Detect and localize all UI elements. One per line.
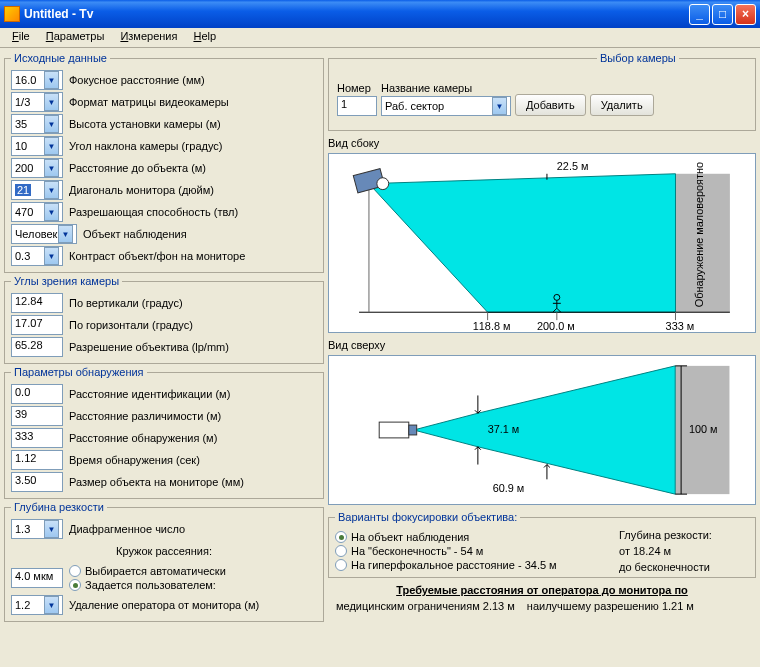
opdist-label: Удаление оператора от монитора (м) [69,599,317,611]
obj-label: Объект наблюдения [83,228,317,240]
disc-field: 39 [11,406,63,426]
side-view-diagram: Обнаружение маловероятно 22.5 м 118.8 м … [328,153,756,333]
svg-text:22.5 м: 22.5 м [557,160,589,172]
matrix-label: Формат матрицы видеокамеры [69,96,317,108]
radio-auto[interactable] [69,565,81,577]
contrast-combo[interactable]: 0.3▼ [11,246,63,266]
radio-focus-obj[interactable] [335,531,347,543]
svg-text:118.8 м: 118.8 м [473,320,511,332]
svg-text:Обнаружение маловероятно: Обнаружение маловероятно [693,162,705,307]
menu-params[interactable]: Параметры [38,28,113,47]
svg-text:333 м: 333 м [666,320,695,332]
time-field: 1.12 [11,450,63,470]
ident-label: Расстояние идентификации (м) [69,388,317,400]
focus-inf-label: На "бесконечность" - 54 м [351,545,483,557]
radio-focus-hyp[interactable] [335,559,347,571]
add-button[interactable]: Добавить [515,94,586,116]
chevron-down-icon[interactable]: ▼ [44,93,59,111]
chevron-down-icon[interactable]: ▼ [44,247,59,265]
chevron-down-icon[interactable]: ▼ [44,115,59,133]
name-combo[interactable]: Раб. сектор▼ [381,96,511,116]
req-title: Требуемые расстояния от оператора до мон… [396,584,688,596]
fnum-combo[interactable]: 1.3▼ [11,519,63,539]
svg-text:200.0 м: 200.0 м [537,320,575,332]
req-med: медицинским ограничениям 2.13 м [336,600,515,612]
chevron-down-icon[interactable]: ▼ [44,520,59,538]
dist-combo[interactable]: 200▼ [11,158,63,178]
side-view-title: Вид сбоку [328,137,379,149]
detect-field: 333 [11,428,63,448]
user-label: Задается пользователем: [85,579,216,591]
close-button[interactable]: × [735,4,756,25]
horz-label: По горизонтали (градус) [69,319,317,331]
group-detect: Параметры обнаружения [11,366,147,378]
menu-measure[interactable]: Измерения [112,28,185,47]
circle-label: Кружок рассеяния: [116,545,212,557]
top-view-title: Вид сверху [328,339,385,351]
chevron-down-icon[interactable]: ▼ [44,181,59,199]
chevron-down-icon[interactable]: ▼ [44,159,59,177]
time-label: Время обнаружения (сек) [69,454,317,466]
fnum-label: Диафрагменное число [69,523,317,535]
lens-label: Разрешение объектива (lp/mm) [69,341,317,353]
auto-label: Выбирается автоматически [85,565,226,577]
name-label: Название камеры [381,82,511,94]
menu-file[interactable]: File [4,28,38,47]
svg-text:37.1 м: 37.1 м [488,423,520,435]
dof-label: Глубина резкости: [619,529,749,541]
diag-combo[interactable]: 21▼ [11,180,63,200]
ident-field: 0.0 [11,384,63,404]
chevron-down-icon[interactable]: ▼ [492,97,507,115]
num-field[interactable]: 1 [337,96,377,116]
app-icon [4,6,20,22]
req-best: наилучшему разрешению 1.21 м [527,600,694,612]
dist-label: Расстояние до объекта (м) [69,162,317,174]
window-title: Untitled - Tv [24,7,689,21]
delete-button[interactable]: Удалить [590,94,654,116]
focal-label: Фокусное расстояние (мм) [69,74,317,86]
svg-rect-23 [409,425,417,435]
top-view-diagram: 37.1 м 60.9 м 100 м [328,355,756,505]
size-field: 3.50 [11,472,63,492]
chevron-down-icon[interactable]: ▼ [44,596,59,614]
radio-focus-inf[interactable] [335,545,347,557]
res-combo[interactable]: 470▼ [11,202,63,222]
contrast-label: Контраст объект/фон на мониторе [69,250,317,262]
dof-from: от 18.24 м [619,545,749,557]
disc-label: Расстояние различимости (м) [69,410,317,422]
chevron-down-icon[interactable]: ▼ [44,137,59,155]
chevron-down-icon[interactable]: ▼ [44,71,59,89]
height-combo[interactable]: 35▼ [11,114,63,134]
focus-obj-label: На объект наблюдения [351,531,469,543]
detect-label: Расстояние обнаружения (м) [69,432,317,444]
radio-user[interactable] [69,579,81,591]
svg-marker-2 [369,174,676,312]
svg-text:60.9 м: 60.9 м [493,482,525,494]
tilt-combo[interactable]: 10▼ [11,136,63,156]
focus-hyp-label: На гиперфокальное расстояние - 34.5 м [351,559,557,571]
chevron-down-icon[interactable]: ▼ [58,225,73,243]
mkm-field: 4.0 мкм [11,568,63,588]
chevron-down-icon[interactable]: ▼ [44,203,59,221]
height-label: Высота установки камеры (м) [69,118,317,130]
focal-combo[interactable]: 16.0▼ [11,70,63,90]
svg-rect-22 [379,422,409,438]
group-angles: Углы зрения камеры [11,275,122,287]
size-label: Размер объекта на мониторе (мм) [69,476,317,488]
group-source: Исходные данные [11,52,110,64]
matrix-combo[interactable]: 1/3▼ [11,92,63,112]
svg-text:100 м: 100 м [689,423,718,435]
obj-combo[interactable]: Человек▼ [11,224,77,244]
group-focus: Варианты фокусировки объектива: [335,511,520,523]
menu-help[interactable]: Help [185,28,224,47]
maximize-button[interactable]: □ [712,4,733,25]
opdist-combo[interactable]: 1.2▼ [11,595,63,615]
svg-point-6 [377,178,389,190]
lens-field: 65.28 [11,337,63,357]
horz-field: 17.07 [11,315,63,335]
svg-marker-21 [414,366,675,494]
minimize-button[interactable]: _ [689,4,710,25]
vert-label: По вертикали (градус) [69,297,317,309]
res-label: Разрешающая способность (твл) [69,206,317,218]
group-camsel: Выбор камеры [597,52,679,64]
